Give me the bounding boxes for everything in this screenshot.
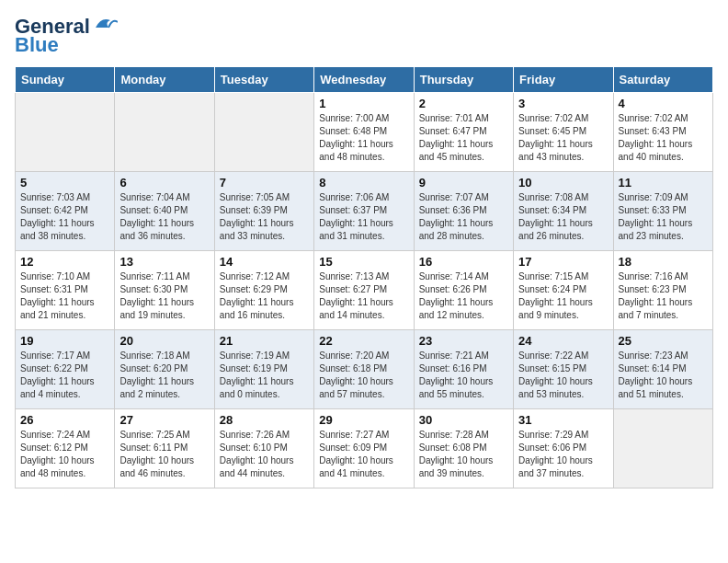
day-number: 14 [220,255,309,269]
day-number: 17 [518,255,608,269]
calendar-day-cell: 13Sunrise: 7:11 AM Sunset: 6:30 PM Dayli… [115,251,214,330]
calendar-day-cell: 23Sunrise: 7:21 AM Sunset: 6:16 PM Dayli… [414,330,513,409]
day-content: Sunrise: 7:14 AM Sunset: 6:26 PM Dayligh… [419,270,508,322]
day-content: Sunrise: 7:09 AM Sunset: 6:33 PM Dayligh… [619,191,708,243]
logo: General Blue [15,15,118,57]
calendar-day-cell: 24Sunrise: 7:22 AM Sunset: 6:15 PM Dayli… [514,330,613,409]
calendar-day-cell: 26Sunrise: 7:24 AM Sunset: 6:12 PM Dayli… [16,409,115,488]
empty-day-cell [16,93,115,172]
day-content: Sunrise: 7:29 AM Sunset: 6:06 PM Dayligh… [518,429,608,480]
day-number: 21 [220,334,309,348]
day-content: Sunrise: 7:00 AM Sunset: 6:48 PM Dayligh… [319,112,408,164]
day-number: 28 [220,413,309,427]
day-number: 8 [319,176,408,190]
calendar-day-cell: 19Sunrise: 7:17 AM Sunset: 6:22 PM Dayli… [16,330,115,409]
day-number: 29 [319,413,408,427]
calendar-day-cell: 11Sunrise: 7:09 AM Sunset: 6:33 PM Dayli… [613,172,712,251]
calendar-day-cell: 14Sunrise: 7:12 AM Sunset: 6:29 PM Dayli… [214,251,313,330]
calendar-day-cell: 1Sunrise: 7:00 AM Sunset: 6:48 PM Daylig… [314,93,414,172]
day-number: 23 [419,334,508,348]
day-number: 10 [518,176,608,190]
day-content: Sunrise: 7:11 AM Sunset: 6:30 PM Dayligh… [119,270,209,322]
calendar-day-cell: 10Sunrise: 7:08 AM Sunset: 6:34 PM Dayli… [514,172,613,251]
calendar-day-cell: 18Sunrise: 7:16 AM Sunset: 6:23 PM Dayli… [613,251,712,330]
day-number: 24 [518,334,608,348]
day-content: Sunrise: 7:06 AM Sunset: 6:37 PM Dayligh… [319,191,408,243]
day-number: 1 [319,97,408,110]
column-header-thursday: Thursday [414,67,513,93]
calendar-day-cell: 17Sunrise: 7:15 AM Sunset: 6:24 PM Dayli… [514,251,613,330]
day-number: 26 [20,413,109,427]
day-number: 12 [20,255,109,269]
calendar-week-row: 5Sunrise: 7:03 AM Sunset: 6:42 PM Daylig… [16,172,713,251]
calendar-day-cell: 15Sunrise: 7:13 AM Sunset: 6:27 PM Dayli… [314,251,414,330]
column-header-wednesday: Wednesday [314,67,414,93]
day-content: Sunrise: 7:26 AM Sunset: 6:10 PM Dayligh… [220,429,309,480]
day-number: 31 [518,413,608,427]
day-content: Sunrise: 7:10 AM Sunset: 6:31 PM Dayligh… [20,270,109,322]
day-content: Sunrise: 7:18 AM Sunset: 6:20 PM Dayligh… [119,350,209,401]
column-header-friday: Friday [514,67,613,93]
column-header-tuesday: Tuesday [214,67,313,93]
column-header-sunday: Sunday [16,67,115,93]
calendar-day-cell: 7Sunrise: 7:05 AM Sunset: 6:39 PM Daylig… [214,172,313,251]
logo-bird-icon [92,15,118,31]
day-number: 27 [119,413,209,427]
calendar-week-row: 26Sunrise: 7:24 AM Sunset: 6:12 PM Dayli… [16,409,713,488]
empty-day-cell [115,93,214,172]
calendar-day-cell: 8Sunrise: 7:06 AM Sunset: 6:37 PM Daylig… [314,172,414,251]
calendar-day-cell: 30Sunrise: 7:28 AM Sunset: 6:08 PM Dayli… [414,409,513,488]
day-content: Sunrise: 7:02 AM Sunset: 6:43 PM Dayligh… [619,112,708,164]
logo-blue: Blue [15,33,59,57]
day-number: 5 [20,176,109,190]
calendar-day-cell: 21Sunrise: 7:19 AM Sunset: 6:19 PM Dayli… [214,330,313,409]
day-content: Sunrise: 7:24 AM Sunset: 6:12 PM Dayligh… [20,429,109,480]
day-content: Sunrise: 7:05 AM Sunset: 6:39 PM Dayligh… [220,191,309,243]
day-content: Sunrise: 7:25 AM Sunset: 6:11 PM Dayligh… [119,429,209,480]
day-content: Sunrise: 7:12 AM Sunset: 6:29 PM Dayligh… [220,270,309,322]
day-number: 15 [319,255,408,269]
empty-day-cell [613,409,712,488]
day-number: 30 [419,413,508,427]
calendar-table: SundayMondayTuesdayWednesdayThursdayFrid… [15,66,713,488]
calendar-day-cell: 3Sunrise: 7:02 AM Sunset: 6:45 PM Daylig… [514,93,613,172]
calendar-day-cell: 4Sunrise: 7:02 AM Sunset: 6:43 PM Daylig… [613,93,712,172]
day-number: 4 [619,97,708,110]
calendar-day-cell: 29Sunrise: 7:27 AM Sunset: 6:09 PM Dayli… [314,409,414,488]
calendar-day-cell: 20Sunrise: 7:18 AM Sunset: 6:20 PM Dayli… [115,330,214,409]
day-number: 19 [20,334,109,348]
day-content: Sunrise: 7:07 AM Sunset: 6:36 PM Dayligh… [419,191,508,243]
calendar-day-cell: 16Sunrise: 7:14 AM Sunset: 6:26 PM Dayli… [414,251,513,330]
calendar-day-cell: 9Sunrise: 7:07 AM Sunset: 6:36 PM Daylig… [414,172,513,251]
page-header: General Blue [15,15,713,57]
calendar-week-row: 1Sunrise: 7:00 AM Sunset: 6:48 PM Daylig… [16,93,713,172]
day-content: Sunrise: 7:28 AM Sunset: 6:08 PM Dayligh… [419,429,508,480]
day-content: Sunrise: 7:08 AM Sunset: 6:34 PM Dayligh… [518,191,608,243]
calendar-day-cell: 27Sunrise: 7:25 AM Sunset: 6:11 PM Dayli… [115,409,214,488]
column-header-monday: Monday [115,67,214,93]
day-number: 6 [119,176,209,190]
calendar-day-cell: 5Sunrise: 7:03 AM Sunset: 6:42 PM Daylig… [16,172,115,251]
calendar-day-cell: 22Sunrise: 7:20 AM Sunset: 6:18 PM Dayli… [314,330,414,409]
day-content: Sunrise: 7:23 AM Sunset: 6:14 PM Dayligh… [619,350,708,401]
day-number: 11 [619,176,708,190]
day-number: 7 [220,176,309,190]
calendar-day-cell: 31Sunrise: 7:29 AM Sunset: 6:06 PM Dayli… [514,409,613,488]
day-number: 13 [119,255,209,269]
day-number: 9 [419,176,508,190]
day-content: Sunrise: 7:13 AM Sunset: 6:27 PM Dayligh… [319,270,408,322]
day-content: Sunrise: 7:20 AM Sunset: 6:18 PM Dayligh… [319,350,408,401]
day-content: Sunrise: 7:16 AM Sunset: 6:23 PM Dayligh… [619,270,708,322]
day-number: 2 [419,97,508,110]
day-content: Sunrise: 7:19 AM Sunset: 6:19 PM Dayligh… [220,350,309,401]
day-number: 3 [518,97,608,110]
day-content: Sunrise: 7:27 AM Sunset: 6:09 PM Dayligh… [319,429,408,480]
day-content: Sunrise: 7:21 AM Sunset: 6:16 PM Dayligh… [419,350,508,401]
calendar-day-cell: 25Sunrise: 7:23 AM Sunset: 6:14 PM Dayli… [613,330,712,409]
day-number: 20 [119,334,209,348]
empty-day-cell [214,93,313,172]
day-number: 18 [619,255,708,269]
calendar-day-cell: 6Sunrise: 7:04 AM Sunset: 6:40 PM Daylig… [115,172,214,251]
calendar-week-row: 12Sunrise: 7:10 AM Sunset: 6:31 PM Dayli… [16,251,713,330]
calendar-day-cell: 12Sunrise: 7:10 AM Sunset: 6:31 PM Dayli… [16,251,115,330]
